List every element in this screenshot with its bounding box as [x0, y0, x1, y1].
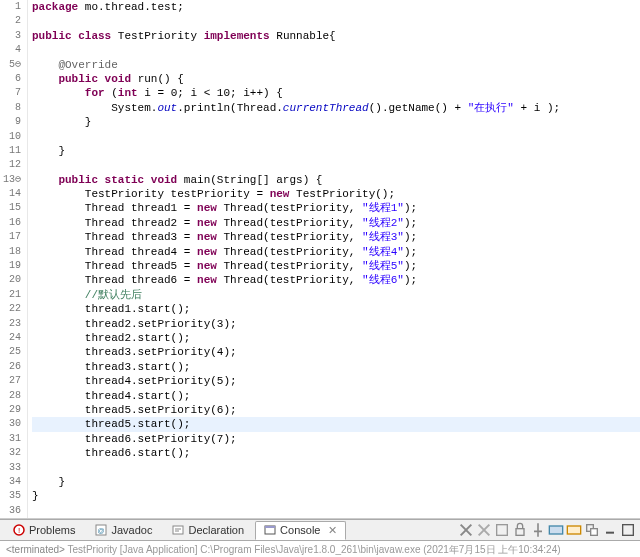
code-line[interactable]: [32, 158, 640, 172]
code-line[interactable]: thread4.setPriority(5);: [32, 374, 640, 388]
code-line[interactable]: package mo.thread.test;: [32, 0, 640, 14]
maximize-icon[interactable]: [620, 522, 636, 538]
svg-rect-20: [623, 525, 634, 536]
code-line[interactable]: thread6.start();: [32, 446, 640, 460]
declaration-icon: [172, 524, 184, 536]
javadoc-icon: @: [95, 524, 107, 536]
remove-terminated-icon[interactable]: [458, 522, 474, 538]
tab-problems[interactable]: ! Problems: [4, 521, 84, 539]
code-line[interactable]: [32, 43, 640, 57]
minimize-icon[interactable]: [602, 522, 618, 538]
code-line[interactable]: TestPriority testPriority = new TestPrio…: [32, 187, 640, 201]
code-line[interactable]: [32, 14, 640, 28]
close-icon[interactable]: ✕: [328, 524, 337, 537]
code-line[interactable]: thread3.setPriority(4);: [32, 345, 640, 359]
code-line[interactable]: thread5.setPriority(6);: [32, 403, 640, 417]
pin-console-icon[interactable]: [530, 522, 546, 538]
code-line[interactable]: thread2.start();: [32, 331, 640, 345]
code-line[interactable]: Thread thread5 = new Thread(testPriority…: [32, 259, 640, 273]
code-line[interactable]: }: [32, 489, 640, 503]
code-line[interactable]: thread4.start();: [32, 389, 640, 403]
code-line[interactable]: [32, 461, 640, 475]
console-icon: [264, 524, 276, 536]
svg-rect-16: [567, 526, 580, 534]
code-line[interactable]: @Override: [32, 58, 640, 72]
problems-icon: !: [13, 524, 25, 536]
scroll-lock-icon[interactable]: [512, 522, 528, 538]
code-line[interactable]: System.out.println(Thread.currentThread(…: [32, 101, 640, 115]
code-line[interactable]: public class TestPriority implements Run…: [32, 29, 640, 43]
code-line[interactable]: Thread thread6 = new Thread(testPriority…: [32, 273, 640, 287]
code-line[interactable]: [32, 130, 640, 144]
code-line[interactable]: thread1.start();: [32, 302, 640, 316]
code-line[interactable]: Thread thread1 = new Thread(testPriority…: [32, 201, 640, 215]
code-line[interactable]: thread5.start();: [32, 417, 640, 431]
code-line[interactable]: public static void main(String[] args) {: [32, 173, 640, 187]
console-toolbar: [458, 522, 636, 538]
code-line[interactable]: Thread thread2 = new Thread(testPriority…: [32, 216, 640, 230]
tab-javadoc[interactable]: @ Javadoc: [86, 521, 161, 539]
code-line[interactable]: public void run() {: [32, 72, 640, 86]
tab-label: Console: [280, 524, 320, 536]
tab-label: Declaration: [188, 524, 244, 536]
console-status: <terminated> TestPriority [Java Applicat…: [0, 541, 640, 557]
line-gutter: 12345⊖678910111213⊖141516171819202122232…: [0, 0, 28, 518]
code-line[interactable]: thread3.start();: [32, 360, 640, 374]
tab-declaration[interactable]: Declaration: [163, 521, 253, 539]
code-line[interactable]: thread2.setPriority(3);: [32, 317, 640, 331]
code-line[interactable]: Thread thread3 = new Thread(testPriority…: [32, 230, 640, 244]
svg-rect-8: [265, 526, 275, 528]
code-line[interactable]: [32, 504, 640, 518]
tab-label: Javadoc: [111, 524, 152, 536]
svg-text:!: !: [18, 526, 20, 535]
tab-console[interactable]: Console ✕: [255, 521, 346, 540]
code-line[interactable]: thread6.setPriority(7);: [32, 432, 640, 446]
clear-console-icon[interactable]: [494, 522, 510, 538]
new-console-icon[interactable]: [584, 522, 600, 538]
svg-rect-15: [549, 526, 562, 534]
code-line[interactable]: }: [32, 144, 640, 158]
code-editor[interactable]: 12345⊖678910111213⊖141516171819202122232…: [0, 0, 640, 519]
svg-rect-14: [516, 529, 524, 536]
code-line[interactable]: }: [32, 115, 640, 129]
code-area[interactable]: package mo.thread.test; public class Tes…: [28, 0, 640, 518]
open-console-icon[interactable]: [566, 522, 582, 538]
svg-rect-13: [497, 525, 508, 536]
display-console-icon[interactable]: [548, 522, 564, 538]
svg-text:@: @: [98, 527, 105, 534]
svg-rect-18: [591, 529, 598, 536]
code-line[interactable]: //默认先后: [32, 288, 640, 302]
bottom-tab-bar: ! Problems @ Javadoc Declaration Console…: [0, 519, 640, 541]
remove-all-icon[interactable]: [476, 522, 492, 538]
tab-label: Problems: [29, 524, 75, 536]
code-line[interactable]: Thread thread4 = new Thread(testPriority…: [32, 245, 640, 259]
svg-rect-4: [173, 526, 183, 534]
code-line[interactable]: }: [32, 475, 640, 489]
code-line[interactable]: for (int i = 0; i < 10; i++) {: [32, 86, 640, 100]
